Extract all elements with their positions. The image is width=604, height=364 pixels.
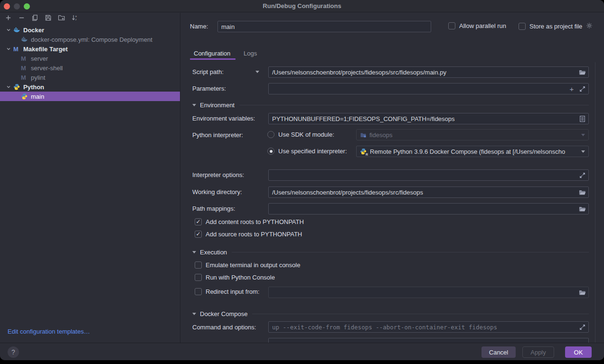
use-sdk-of-module-radio[interactable]: Use SDK of module: — [267, 131, 334, 138]
edit-configuration-templates-link[interactable]: Edit configuration templates… — [8, 328, 90, 335]
interpreter-options-input[interactable] — [268, 169, 589, 181]
python-interpreter-label: Python interpreter: — [192, 131, 243, 139]
folder-icon[interactable] — [578, 188, 586, 196]
expand-icon[interactable] — [578, 85, 586, 93]
allow-parallel-run-checkbox[interactable]: ✓ Allow parallel run — [448, 22, 506, 29]
docker-icon — [13, 27, 21, 34]
working-directory-input[interactable] — [268, 187, 589, 198]
section-rule — [239, 105, 589, 105]
tree-item-server-shell[interactable]: Mserver-shell — [0, 63, 180, 73]
configurations-tree: Dockerdocker-compose.yml: Compose Deploy… — [0, 25, 180, 101]
tree-item-label: pylint — [31, 74, 45, 81]
script-path-input[interactable] — [268, 66, 589, 78]
emulate-terminal-label: Emulate terminal in output console — [206, 261, 300, 269]
sdk-module-value: fidesops — [369, 131, 578, 139]
add-source-roots-checkbox[interactable]: ✓ Add source roots to PYTHONPATH — [195, 231, 302, 238]
gear-icon[interactable] — [586, 22, 593, 30]
parameters-input[interactable] — [268, 83, 589, 94]
makefile-dim-icon: M — [21, 55, 29, 62]
tree-item-label: Python — [23, 84, 44, 91]
checkbox-box: ✓ — [448, 22, 455, 29]
makefile-dim-icon: M — [21, 65, 29, 72]
svg-text:z: z — [75, 18, 76, 20]
tree-item-makefile-target[interactable]: MMakefile Target — [0, 44, 180, 54]
tree-item-label: Docker — [23, 27, 44, 34]
expand-icon[interactable] — [578, 323, 586, 331]
chevron-down-icon[interactable] — [4, 28, 13, 32]
new-folder-icon — [58, 14, 65, 23]
checkbox-box: ✓ — [195, 218, 202, 225]
collapse-triangle-icon — [192, 251, 196, 253]
copy-icon — [31, 14, 38, 23]
checkbox-box: ✓ — [519, 23, 526, 30]
folder-icon[interactable] — [578, 205, 586, 213]
tree-item-main[interactable]: main — [0, 92, 180, 101]
execution-section-header[interactable]: Execution — [192, 249, 589, 256]
use-specified-interpreter-radio[interactable]: Use specified interpreter: — [267, 148, 347, 155]
remove-configuration-button[interactable] — [18, 15, 26, 23]
use-specified-interpreter-label: Use specified interpreter: — [278, 148, 347, 155]
copy-configuration-button[interactable] — [31, 15, 39, 23]
help-button[interactable]: ? — [8, 346, 19, 358]
folder-icon[interactable] — [578, 68, 586, 76]
environment-variables-input[interactable] — [268, 113, 589, 124]
svg-text:a: a — [75, 15, 77, 18]
add-icon — [5, 14, 12, 23]
tree-item-docker[interactable]: Docker — [0, 25, 180, 35]
expand-icon[interactable] — [578, 171, 586, 179]
section-rule — [232, 252, 589, 252]
tree-item-label: Makefile Target — [23, 46, 68, 53]
docker-compose-section-header[interactable]: Docker Compose — [192, 310, 589, 317]
path-mappings-input[interactable] — [268, 203, 589, 215]
apply-button[interactable]: Apply — [522, 346, 554, 358]
redirect-input-label: Redirect input from: — [206, 288, 259, 295]
clipped-field — [268, 338, 589, 343]
command-and-options-input[interactable] — [268, 321, 589, 333]
chevron-down-icon[interactable] — [4, 47, 13, 51]
python-icon — [13, 84, 21, 91]
ok-button[interactable]: OK — [565, 346, 592, 358]
store-as-project-file-checkbox[interactable]: ✓ Store as project file — [519, 22, 593, 30]
tree-item-python[interactable]: Python — [0, 82, 180, 92]
add-content-roots-checkbox[interactable]: ✓ Add content roots to PYTHONPATH — [195, 218, 304, 225]
chevron-down-icon[interactable] — [4, 84, 13, 89]
new-folder-button[interactable] — [57, 15, 66, 23]
path-mappings-label: Path mappings: — [192, 205, 235, 212]
sdk-module-combobox[interactable]: fidesops — [356, 129, 589, 140]
tree-item-label: docker-compose.yml: Compose Deployment — [31, 36, 152, 43]
tree-item-label: main — [31, 93, 44, 100]
store-as-project-file-label: Store as project file — [529, 23, 582, 30]
tree-item-pylint[interactable]: Mpylint — [0, 73, 180, 82]
checkbox-box: ✓ — [195, 261, 202, 269]
radio-circle — [267, 148, 274, 155]
run-with-python-console-checkbox[interactable]: ✓ Run with Python Console — [195, 274, 275, 281]
environment-variables-label: Environment variables: — [192, 115, 255, 122]
script-path-label: Script path: — [192, 68, 224, 75]
tab-configuration[interactable]: Configuration — [194, 50, 230, 57]
redirect-input-file-input[interactable] — [268, 287, 589, 298]
checkbox-box: ✓ — [195, 274, 202, 281]
emulate-terminal-checkbox[interactable]: ✓ Emulate terminal in output console — [195, 261, 300, 269]
name-input[interactable] — [217, 21, 431, 32]
tree-item-docker-compose-yml-compose-deployment[interactable]: docker-compose.yml: Compose Deployment — [0, 35, 180, 44]
cancel-button[interactable]: Cancel — [481, 346, 516, 358]
save-configuration-button[interactable] — [44, 15, 52, 23]
tab-logs[interactable]: Logs — [244, 50, 257, 57]
run-with-python-console-label: Run with Python Console — [206, 274, 275, 281]
folder-icon[interactable] — [578, 289, 586, 296]
sort-configurations-button[interactable]: az — [71, 15, 79, 23]
redirect-input-checkbox[interactable]: ✓ Redirect input from: — [195, 288, 259, 295]
specified-interpreter-combobox[interactable]: R Remote Python 3.9.6 Docker Compose (fi… — [356, 146, 589, 157]
environment-section-header[interactable]: Environment — [192, 102, 589, 109]
chevron-down-icon[interactable] — [255, 71, 259, 73]
python-icon — [21, 93, 29, 100]
list-icon[interactable] — [578, 115, 586, 122]
add-configuration-button[interactable] — [4, 15, 12, 23]
python-remote-icon: R — [360, 148, 367, 155]
add-content-roots-label: Add content roots to PYTHONPATH — [206, 218, 304, 225]
specified-interpreter-value: Remote Python 3.9.6 Docker Compose (fide… — [370, 148, 578, 155]
makefile-dim-icon: M — [21, 74, 29, 81]
plus-icon[interactable]: + — [568, 85, 576, 93]
chevron-down-icon — [581, 134, 585, 136]
tree-item-server[interactable]: Mserver — [0, 54, 180, 63]
